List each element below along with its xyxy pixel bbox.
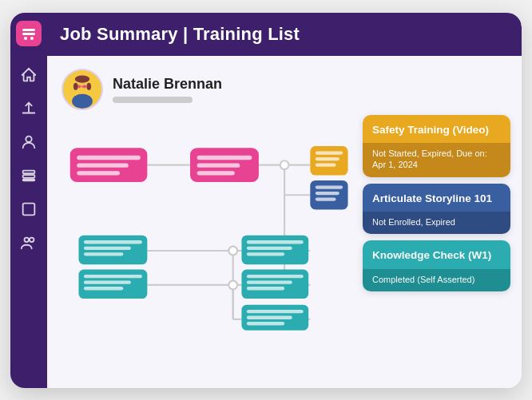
svg-point-72 [228, 280, 237, 289]
right-panel: Safety Training (Video) Not Started, Exp… [363, 69, 510, 380]
flowchart [62, 121, 353, 380]
svg-rect-53 [84, 246, 131, 249]
sidebar-item-person2[interactable] [14, 228, 43, 257]
header: Job Summary | Training List [47, 13, 522, 56]
user-row: Natalie Brennan [62, 69, 353, 110]
svg-rect-6 [23, 175, 35, 178]
svg-point-2 [24, 37, 27, 40]
svg-rect-36 [77, 155, 140, 159]
sidebar-item-upload[interactable] [14, 94, 43, 123]
card-safety-title: Safety Training (Video) [363, 115, 510, 144]
svg-rect-15 [82, 85, 87, 88]
svg-rect-52 [84, 240, 142, 244]
card-storyline-status: Not Enrolled, Expired [363, 212, 510, 234]
svg-point-4 [26, 136, 31, 141]
svg-rect-38 [77, 171, 120, 175]
card-safety-status: Not Started, Expired, Due on: Apr 1, 202… [363, 143, 510, 177]
card-knowledge-check: Knowledge Check (W1) Completed (Self Ass… [363, 240, 510, 291]
card-safety-training: Safety Training (Video) Not Started, Exp… [363, 115, 510, 177]
card-storyline: Articulate Storyline 101 Not Enrolled, E… [363, 184, 510, 235]
logo[interactable] [16, 21, 42, 46]
svg-rect-50 [316, 197, 336, 200]
svg-rect-8 [23, 203, 35, 215]
user-subtitle [113, 97, 193, 103]
svg-rect-66 [247, 287, 284, 290]
page-title: Job Summary | Training List [60, 24, 300, 45]
main-card: Job Summary | Training List [10, 13, 522, 388]
sidebar-item-layers[interactable] [14, 161, 43, 190]
svg-rect-68 [247, 310, 304, 313]
svg-rect-54 [84, 252, 123, 255]
svg-point-12 [72, 93, 93, 108]
svg-rect-41 [197, 163, 240, 167]
svg-rect-69 [247, 315, 292, 319]
card-storyline-title: Articulate Storyline 101 [363, 184, 510, 212]
svg-point-10 [30, 237, 34, 242]
sidebar-item-home[interactable] [14, 61, 43, 89]
svg-rect-49 [316, 191, 339, 194]
content-area: Natalie Brennan [47, 56, 522, 388]
svg-rect-60 [247, 240, 304, 244]
svg-rect-5 [23, 170, 35, 173]
svg-point-18 [73, 82, 78, 89]
svg-rect-1 [22, 33, 35, 35]
main-content: Job Summary | Training List [47, 13, 522, 388]
svg-rect-57 [84, 280, 131, 283]
sidebar [10, 13, 47, 388]
svg-rect-42 [197, 171, 235, 175]
card-knowledge-status: Completed (Self Asserted) [363, 269, 510, 291]
avatar [62, 69, 103, 110]
svg-rect-58 [84, 287, 123, 290]
svg-rect-62 [247, 252, 284, 255]
svg-point-17 [75, 75, 89, 82]
svg-rect-44 [316, 151, 343, 154]
svg-point-9 [25, 237, 30, 242]
svg-rect-45 [316, 156, 339, 160]
card-knowledge-title: Knowledge Check (W1) [363, 240, 510, 269]
left-panel: Natalie Brennan [62, 69, 353, 380]
sidebar-item-box[interactable] [14, 195, 43, 224]
svg-rect-37 [77, 163, 128, 167]
svg-rect-61 [247, 246, 292, 249]
svg-rect-7 [23, 179, 35, 180]
svg-rect-56 [84, 275, 142, 278]
svg-rect-65 [247, 280, 292, 283]
svg-rect-46 [316, 163, 336, 166]
svg-rect-40 [197, 155, 252, 159]
svg-rect-0 [22, 29, 35, 31]
user-name: Natalie Brennan [113, 76, 222, 93]
svg-point-32 [280, 160, 289, 169]
svg-rect-70 [247, 322, 284, 325]
user-info: Natalie Brennan [113, 76, 222, 103]
svg-rect-43 [310, 146, 347, 176]
svg-point-3 [30, 37, 34, 40]
svg-rect-64 [247, 275, 304, 278]
sidebar-item-person[interactable] [14, 128, 43, 156]
svg-point-71 [228, 246, 237, 255]
svg-rect-48 [316, 185, 343, 188]
svg-point-19 [87, 82, 92, 89]
